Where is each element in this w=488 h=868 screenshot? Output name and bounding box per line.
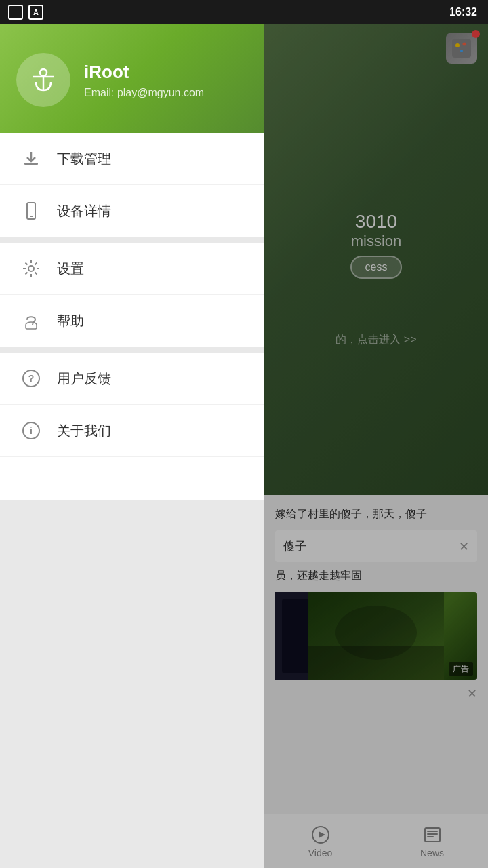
user-email: Email: play@mgyun.com bbox=[84, 87, 204, 99]
svg-rect-18 bbox=[24, 163, 38, 165]
a-icon: A bbox=[28, 5, 43, 20]
drawer-overlay[interactable] bbox=[264, 24, 488, 868]
menu-settings-label: 设置 bbox=[57, 260, 84, 278]
download-icon bbox=[19, 146, 43, 171]
menu-item-download[interactable]: 下载管理 bbox=[0, 133, 264, 185]
square-icon bbox=[8, 5, 23, 20]
gear-icon bbox=[19, 256, 43, 281]
anchor-icon bbox=[26, 63, 60, 97]
status-bar-left: A bbox=[8, 5, 43, 20]
menu-item-device[interactable]: 设备详情 bbox=[0, 185, 264, 237]
question-icon: ? bbox=[19, 366, 43, 391]
drawer-divider-1 bbox=[0, 237, 264, 243]
svg-point-15 bbox=[40, 69, 47, 76]
menu-item-feedback[interactable]: ? 用户反馈 bbox=[0, 353, 264, 405]
info-svg-icon: i bbox=[22, 421, 41, 440]
menu-item-settings[interactable]: 设置 bbox=[0, 243, 264, 295]
help-hand-icon bbox=[19, 309, 43, 333]
drawer-header: iRoot Email: play@mgyun.com bbox=[0, 24, 264, 133]
status-time: 16:32 bbox=[449, 6, 477, 18]
menu-about-label: 关于我们 bbox=[57, 422, 111, 440]
svg-point-22 bbox=[28, 266, 34, 271]
drawer-user-info: iRoot Email: play@mgyun.com bbox=[84, 62, 204, 99]
phone-icon bbox=[19, 199, 43, 223]
avatar bbox=[16, 53, 70, 107]
info-icon: i bbox=[19, 418, 43, 443]
settings-svg-icon bbox=[22, 259, 41, 278]
app-name: iRoot bbox=[84, 62, 204, 83]
menu-item-about[interactable]: i 关于我们 bbox=[0, 405, 264, 457]
menu-device-label: 设备详情 bbox=[57, 202, 111, 220]
drawer-divider-2 bbox=[0, 347, 264, 353]
menu-help-label: 帮助 bbox=[57, 312, 84, 330]
drawer-menu: 下载管理 设备详情 设置 bbox=[0, 133, 264, 500]
menu-item-help[interactable]: 帮助 bbox=[0, 295, 264, 347]
phone-svg-icon bbox=[22, 201, 41, 220]
download-svg-icon bbox=[22, 149, 41, 168]
menu-feedback-label: 用户反馈 bbox=[57, 370, 111, 388]
question-svg-icon: ? bbox=[22, 369, 41, 388]
menu-download-label: 下载管理 bbox=[57, 150, 111, 168]
svg-text:?: ? bbox=[28, 373, 35, 384]
status-bar: A 16:32 bbox=[0, 0, 488, 24]
navigation-drawer: iRoot Email: play@mgyun.com 下载管理 bbox=[0, 24, 264, 868]
help-svg-icon bbox=[22, 311, 41, 330]
svg-text:i: i bbox=[30, 425, 33, 436]
drawer-empty-space bbox=[0, 500, 264, 868]
